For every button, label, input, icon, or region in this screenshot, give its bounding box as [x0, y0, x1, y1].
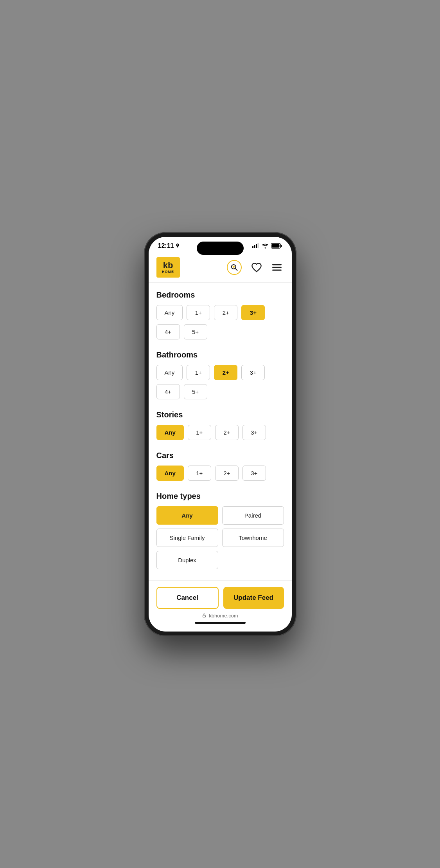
search-icon: [230, 263, 238, 271]
stories-3plus[interactable]: 3+: [242, 425, 266, 440]
cars-title: Cars: [156, 451, 284, 460]
home-type-paired[interactable]: Paired: [222, 506, 284, 525]
svg-rect-6: [281, 245, 282, 247]
cancel-button[interactable]: Cancel: [156, 587, 219, 609]
dynamic-island: [197, 242, 244, 255]
home-type-single-family[interactable]: Single Family: [156, 529, 218, 547]
favorites-button[interactable]: [250, 260, 264, 274]
bedrooms-title: Bedrooms: [156, 291, 284, 300]
home-type-townhome[interactable]: Townhome: [222, 529, 284, 547]
svg-line-9: [235, 268, 237, 270]
home-types-title: Home types: [156, 492, 284, 501]
battery-icon: [271, 243, 282, 249]
home-types-grid: Any Paired Single Family Townhome Duplex: [156, 506, 284, 569]
bathrooms-pills: Any 1+ 2+ 3+ 4+ 5+: [156, 365, 284, 399]
bottom-bar: Cancel Update Feed kbhome.com: [149, 580, 292, 632]
bathrooms-4plus[interactable]: 4+: [156, 384, 180, 399]
bathrooms-5plus[interactable]: 5+: [184, 384, 207, 399]
svg-point-7: [232, 265, 234, 267]
bathrooms-2plus[interactable]: 2+: [214, 365, 237, 380]
stories-1plus[interactable]: 1+: [188, 425, 211, 440]
header-icons: [225, 258, 284, 276]
svg-rect-13: [203, 615, 206, 617]
status-time: 12:11: [158, 242, 180, 249]
bathrooms-3plus[interactable]: 3+: [241, 365, 265, 380]
svg-rect-0: [252, 246, 253, 248]
stories-2plus[interactable]: 2+: [215, 425, 239, 440]
cars-2plus[interactable]: 2+: [215, 466, 239, 481]
kb-home-logo: kb HOME: [156, 257, 180, 278]
cars-1plus[interactable]: 1+: [188, 466, 211, 481]
hamburger-icon: [271, 262, 282, 273]
bedrooms-section: Bedrooms Any 1+ 2+ 3+ 4+ 5+: [156, 291, 284, 339]
location-icon: [175, 244, 180, 248]
bottom-buttons: Cancel Update Feed: [156, 587, 284, 609]
bedrooms-4plus[interactable]: 4+: [156, 324, 180, 339]
bathrooms-1plus[interactable]: 1+: [187, 365, 210, 380]
stories-pills: Any 1+ 2+ 3+: [156, 425, 284, 440]
bathrooms-section: Bathrooms Any 1+ 2+ 3+ 4+ 5+: [156, 350, 284, 399]
bathrooms-title: Bathrooms: [156, 350, 284, 359]
bathrooms-any[interactable]: Any: [156, 365, 183, 380]
svg-rect-2: [256, 244, 257, 248]
bedrooms-2plus[interactable]: 2+: [214, 305, 237, 320]
stories-section: Stories Any 1+ 2+ 3+: [156, 410, 284, 440]
signal-icon: [252, 243, 259, 248]
cars-pills: Any 1+ 2+ 3+: [156, 466, 284, 481]
home-type-duplex[interactable]: Duplex: [156, 551, 218, 569]
home-types-section: Home types Any Paired Single Family Town…: [156, 492, 284, 569]
search-button[interactable]: [225, 258, 243, 276]
cars-3plus[interactable]: 3+: [242, 466, 266, 481]
bedrooms-1plus[interactable]: 1+: [187, 305, 210, 320]
bedrooms-any[interactable]: Any: [156, 305, 183, 320]
search-icon-circle: [227, 260, 242, 275]
stories-title: Stories: [156, 410, 284, 419]
update-feed-button[interactable]: Update Feed: [223, 587, 284, 609]
app-header: kb HOME: [149, 253, 292, 283]
lock-icon: [202, 613, 207, 618]
svg-rect-1: [254, 245, 255, 248]
heart-icon: [251, 262, 262, 273]
bedrooms-5plus[interactable]: 5+: [184, 324, 207, 339]
wifi-icon: [262, 243, 269, 249]
phone-frame: 12:11: [144, 232, 296, 636]
home-indicator: [195, 622, 246, 624]
bedrooms-3plus[interactable]: 3+: [241, 305, 265, 320]
filter-content: Bedrooms Any 1+ 2+ 3+ 4+ 5+ Bathrooms An…: [149, 283, 292, 580]
website-footer: kbhome.com: [156, 613, 284, 619]
cars-section: Cars Any 1+ 2+ 3+: [156, 451, 284, 481]
cars-any[interactable]: Any: [156, 466, 184, 481]
home-type-any[interactable]: Any: [156, 506, 218, 525]
bedrooms-pills: Any 1+ 2+ 3+ 4+ 5+: [156, 305, 284, 339]
phone-screen: 12:11: [149, 237, 292, 632]
stories-any[interactable]: Any: [156, 425, 184, 440]
menu-button[interactable]: [270, 260, 284, 274]
svg-rect-5: [272, 244, 280, 247]
status-icons: [252, 243, 282, 249]
svg-rect-3: [258, 243, 259, 248]
